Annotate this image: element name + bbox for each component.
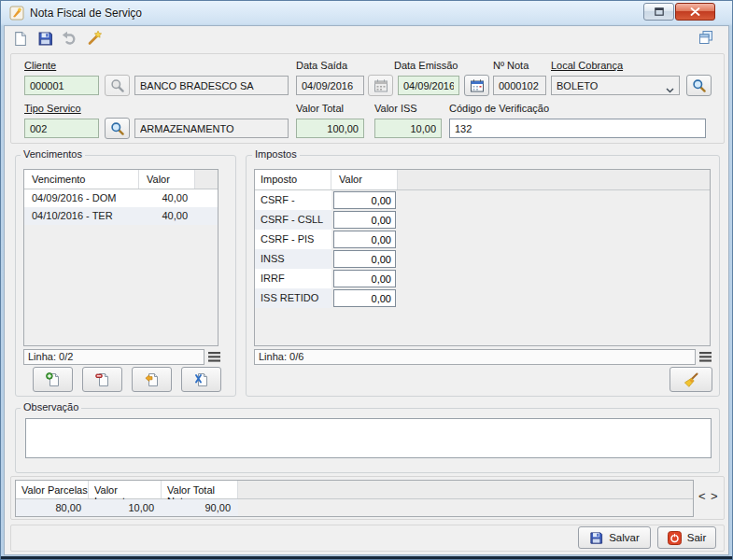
tipo-servico-search-button[interactable] xyxy=(105,118,130,139)
imposto-column-header: Imposto xyxy=(255,170,331,189)
codigo-verificacao-field[interactable] xyxy=(449,119,706,138)
broom-icon xyxy=(682,371,700,389)
undo-button[interactable] xyxy=(60,29,78,48)
imposto-row: CSRF - COFINS xyxy=(255,190,710,210)
vencimento-cell: 04/09/2016 - DOM xyxy=(24,189,139,207)
maximize-button[interactable] xyxy=(643,3,674,21)
local-cobranca-search-button[interactable] xyxy=(686,75,712,96)
new-record-button[interactable] xyxy=(10,29,29,48)
vencimento-row[interactable]: 04/09/2016 - DOM 40,00 xyxy=(24,189,218,207)
imposto-valor-field[interactable] xyxy=(333,250,396,268)
salvar-button[interactable]: Salvar xyxy=(578,526,651,549)
cascade-windows-button[interactable] xyxy=(697,28,715,47)
imposto-name: CSRF - CSLL xyxy=(255,210,331,230)
vencimentos-title: Vencimentos xyxy=(21,148,85,160)
summary-table: Valor Parcelas Valor Impostos Valor Tota… xyxy=(15,480,694,517)
magic-wand-icon xyxy=(86,30,103,47)
impostos-title: Impostos xyxy=(252,148,300,160)
data-emissao-calendar-button[interactable] xyxy=(464,75,489,96)
save-icon xyxy=(37,31,53,47)
add-row-button[interactable] xyxy=(33,367,73,392)
app-icon xyxy=(9,6,24,21)
add-row-icon xyxy=(46,372,61,387)
menu-lines-icon xyxy=(208,352,220,362)
numero-nota-field[interactable] xyxy=(493,76,546,95)
imposto-name: INSS xyxy=(255,249,331,269)
sair-label: Sair xyxy=(687,532,706,543)
cliente-search-button[interactable] xyxy=(105,75,130,96)
search-icon xyxy=(110,78,125,93)
cliente-label: Cliente xyxy=(24,60,56,71)
valor-impostos-value: 10,00 xyxy=(89,499,162,516)
edit-row-icon xyxy=(145,372,160,387)
impostos-table: Imposto Valor CSRF - COFINS CSRF - CSLL … xyxy=(254,169,711,346)
next-record-button[interactable]: > xyxy=(711,490,718,502)
imposto-valor-field[interactable] xyxy=(333,289,396,307)
titlebar: Nota Fiscal de Serviço xyxy=(1,1,732,25)
save-toolbar-button[interactable] xyxy=(35,29,54,48)
data-saida-field[interactable] xyxy=(296,76,364,95)
valor-column-header: Valor xyxy=(331,170,398,189)
data-emissao-label: Data Emissão xyxy=(394,60,458,71)
valor-cell: 40,00 xyxy=(139,207,195,225)
tipo-servico-name-field[interactable] xyxy=(134,119,289,138)
valor-parcelas-header: Valor Parcelas xyxy=(16,481,89,498)
cascade-windows-icon xyxy=(698,29,714,46)
window: Nota Fiscal de Serviço Cliente Data Saíd… xyxy=(0,0,733,560)
valor-iss-field[interactable] xyxy=(374,119,442,138)
export-excel-button[interactable] xyxy=(181,367,221,392)
codigo-verificacao-label: Código de Verificação xyxy=(449,103,549,114)
menu-lines-icon xyxy=(699,352,712,362)
tipo-servico-code-field[interactable] xyxy=(24,119,99,138)
impostos-table-menu-button[interactable] xyxy=(699,352,712,364)
calendar-icon xyxy=(374,78,388,93)
imposto-name: ISS RETIDO xyxy=(255,288,331,308)
imposto-row: ISS RETIDO xyxy=(255,288,710,308)
header-filler xyxy=(398,170,710,189)
calendar-icon xyxy=(470,78,485,93)
chevron-down-icon xyxy=(666,84,674,95)
previous-record-button[interactable]: < xyxy=(698,490,706,502)
valor-total-nota-header: Valor Total Nota xyxy=(162,481,238,498)
valor-total-label: Valor Total xyxy=(296,103,344,114)
cliente-code-field[interactable] xyxy=(24,76,99,95)
imposto-valor-field[interactable] xyxy=(333,231,396,248)
valor-column-header: Valor xyxy=(139,170,195,189)
imposto-valor-field[interactable] xyxy=(333,270,396,287)
floppy-disk-icon xyxy=(589,531,603,545)
imposto-row: CSRF - CSLL xyxy=(255,210,710,230)
imposto-valor-field[interactable] xyxy=(333,191,396,209)
cliente-name-field[interactable] xyxy=(134,76,289,95)
vencimentos-table: Vencimento Valor 04/09/2016 - DOM 40,00 … xyxy=(23,169,218,346)
vencimento-row[interactable]: 04/10/2016 - TER 40,00 xyxy=(24,207,218,225)
local-cobranca-select[interactable]: BOLETO xyxy=(551,76,680,95)
search-icon xyxy=(110,121,125,136)
magic-wand-button[interactable] xyxy=(85,29,104,48)
vencimento-column-header: Vencimento xyxy=(24,170,139,189)
data-saida-calendar-button[interactable] xyxy=(368,75,393,96)
local-cobranca-value: BOLETO xyxy=(557,80,598,91)
observacao-textarea[interactable] xyxy=(25,418,712,458)
imposto-name: IRRF xyxy=(255,269,331,288)
summary-row: 80,00 10,00 90,00 xyxy=(16,499,693,516)
delete-row-button[interactable] xyxy=(82,367,122,392)
imposto-valor-field[interactable] xyxy=(333,211,396,229)
vencimentos-table-menu-button[interactable] xyxy=(208,352,220,364)
delete-row-icon xyxy=(95,372,110,387)
search-icon xyxy=(692,78,707,93)
imposto-row: INSS xyxy=(255,249,710,269)
new-document-icon xyxy=(12,31,28,47)
valor-total-field[interactable] xyxy=(296,119,364,138)
close-button[interactable] xyxy=(675,3,715,21)
vencimento-cell: 04/10/2016 - TER xyxy=(24,207,139,225)
clear-impostos-button[interactable] xyxy=(670,367,712,392)
header-filler xyxy=(195,170,218,189)
header-filler xyxy=(238,481,693,498)
data-emissao-field[interactable] xyxy=(398,76,459,95)
export-excel-icon xyxy=(194,372,209,387)
edit-row-button[interactable] xyxy=(132,367,172,392)
vencimentos-status: Linha: 0/2 xyxy=(23,349,204,365)
numero-nota-label: Nº Nota xyxy=(493,60,529,71)
sair-button[interactable]: Sair xyxy=(657,526,716,549)
close-icon xyxy=(690,7,700,16)
